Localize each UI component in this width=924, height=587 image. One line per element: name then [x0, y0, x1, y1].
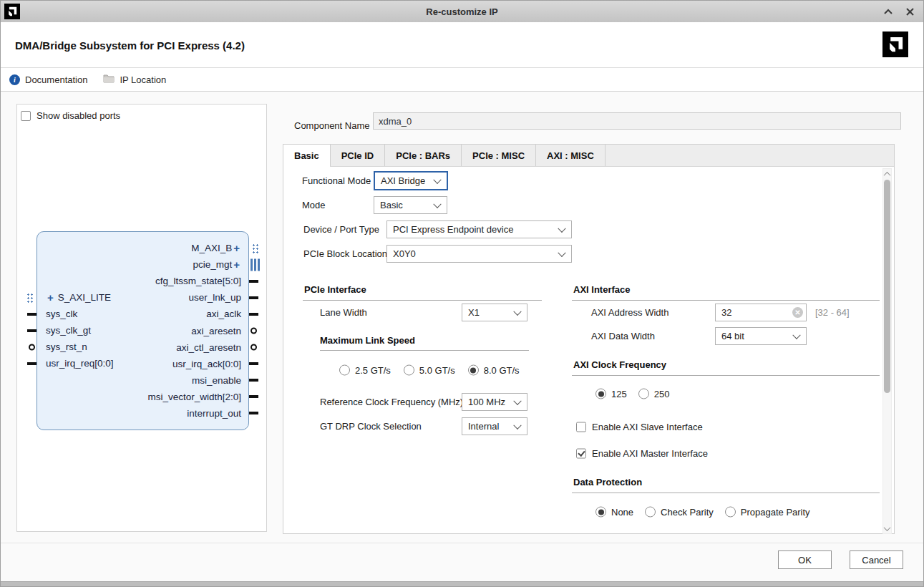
- port-pin: [27, 313, 37, 316]
- expand-plus-icon[interactable]: +: [233, 259, 240, 270]
- tab-pcie-bars[interactable]: PCIe : BARs: [385, 145, 462, 166]
- toolbar: i Documentation IP Location: [1, 67, 923, 92]
- ref-clock-dropdown[interactable]: 100 MHz: [462, 393, 527, 411]
- scroll-up-icon[interactable]: [883, 169, 891, 179]
- device-port-type-dropdown[interactable]: PCI Express Endpoint device: [386, 220, 572, 238]
- axi-data-width-label: AXI Data Width: [591, 331, 655, 341]
- interface-connector-icon: [251, 258, 260, 271]
- radio-none[interactable]: None: [595, 507, 633, 518]
- gt-drp-clock-dropdown[interactable]: Internal: [462, 417, 527, 435]
- functional-mode-dropdown[interactable]: AXI Bridge: [374, 171, 448, 190]
- port-row: cfg_ltssm_state[5:0]: [37, 273, 248, 289]
- radio-icon: [595, 507, 606, 518]
- info-icon: i: [9, 74, 20, 85]
- port-label: M_AXI_B: [191, 243, 232, 253]
- port-pin: [249, 412, 258, 414]
- pcie-block-location-label: PCIe Block Location: [303, 248, 387, 259]
- enable-axi-slave-checkbox[interactable]: Enable AXI Slave Interface: [576, 422, 703, 432]
- radio-check-parity[interactable]: Check Parity: [645, 507, 714, 518]
- radio-icon: [404, 365, 414, 376]
- ip-block-diagram: M_AXI_B + pcie_mgt + cfg_ltssm_state[5:0…: [37, 231, 249, 430]
- enable-axi-master-checkbox[interactable]: Enable AXI Master Interface: [576, 448, 708, 459]
- tab-pcie-misc[interactable]: PCIe : MISC: [462, 145, 536, 166]
- lane-width-dropdown[interactable]: X1: [462, 304, 527, 321]
- radio-label: 2.5 GT/s: [355, 365, 391, 376]
- checkbox-label: Enable AXI Master Interface: [592, 448, 708, 459]
- radio-propagate-parity[interactable]: Propagate Parity: [725, 507, 810, 518]
- component-name-input[interactable]: [373, 112, 901, 130]
- port-row: pcie_mgt +: [37, 256, 248, 273]
- port-label: cfg_ltssm_state[5:0]: [155, 276, 241, 286]
- radio-icon: [339, 365, 350, 376]
- axi-interface-title: AXI Interface: [573, 284, 630, 295]
- tab-axi-misc[interactable]: AXI : MISC: [536, 145, 606, 166]
- functional-mode-value: AXI Bridge: [381, 175, 425, 186]
- pcie-block-location-dropdown[interactable]: X0Y0: [386, 245, 572, 263]
- radio-2-5-gts[interactable]: 2.5 GT/s: [339, 365, 391, 376]
- close-icon[interactable]: [905, 6, 915, 16]
- axi-data-width-value: 64 bit: [721, 331, 744, 341]
- vertical-scrollbar[interactable]: [882, 168, 892, 534]
- data-protection-title: Data Protection: [573, 477, 642, 487]
- interface-connector-icon: [251, 243, 260, 254]
- expand-plus-icon[interactable]: +: [233, 243, 240, 253]
- dialog-header: DMA/Bridge Subsystem for PCI Express (4.…: [1, 22, 923, 67]
- radio-icon: [468, 365, 479, 376]
- ref-clock-value: 100 MHz: [468, 397, 505, 407]
- radio-250[interactable]: 250: [638, 389, 670, 399]
- cancel-button[interactable]: Cancel: [850, 550, 903, 569]
- max-link-speed-group: 2.5 GT/s 5.0 GT/s 8.0 GT/s: [339, 365, 520, 376]
- documentation-button[interactable]: i Documentation: [9, 74, 87, 85]
- radio-icon: [645, 507, 656, 518]
- tab-pcie-id[interactable]: PCIe ID: [331, 145, 386, 166]
- dialog-body: Show disabled ports M_AXI_B + pcie_mgt +: [1, 92, 923, 582]
- radio-8-0-gts[interactable]: 8.0 GT/s: [468, 365, 520, 376]
- device-port-type-value: PCI Express Endpoint device: [393, 224, 513, 235]
- scroll-down-icon[interactable]: [883, 523, 891, 533]
- chevron-down-icon: [433, 200, 441, 208]
- shade-icon[interactable]: [883, 6, 893, 16]
- title-bar[interactable]: Re-customize IP: [1, 1, 923, 23]
- port-row: msi_enable: [37, 372, 248, 389]
- chevron-down-icon: [513, 397, 521, 404]
- port-label: pcie_mgt: [193, 259, 232, 270]
- port-row: interrupt_out: [37, 405, 248, 422]
- radio-label: 8.0 GT/s: [484, 365, 520, 376]
- port-label: sys_clk_gt: [46, 325, 91, 336]
- checkbox-box[interactable]: [21, 111, 31, 121]
- radio-icon: [725, 507, 736, 518]
- mode-dropdown[interactable]: Basic: [374, 196, 447, 214]
- ip-title: DMA/Bridge Subsystem for PCI Express (4.…: [15, 39, 245, 51]
- radio-icon: [595, 389, 606, 399]
- data-protection-group: None Check Parity Propagate Parity: [595, 507, 810, 518]
- radio-5-0-gts[interactable]: 5.0 GT/s: [404, 365, 455, 376]
- port-row: sys_clk: [37, 306, 248, 322]
- port-row: sys_clk_gt: [37, 322, 248, 339]
- ok-button[interactable]: OK: [778, 550, 832, 569]
- section-divider: [303, 300, 542, 301]
- inverted-port-pin: [29, 344, 35, 350]
- port-pin: [27, 362, 37, 365]
- chevron-down-icon: [558, 248, 565, 256]
- radio-125[interactable]: 125: [595, 389, 627, 399]
- window-bottom-edge: [1, 581, 923, 586]
- chevron-down-icon: [433, 175, 441, 183]
- tab-basic[interactable]: Basic: [283, 145, 331, 166]
- mode-label: Mode: [302, 200, 326, 210]
- config-tab-panel: Basic PCIe ID PCIe : BARs PCIe : MISC AX…: [283, 144, 895, 534]
- axi-data-width-dropdown[interactable]: 64 bit: [715, 327, 807, 345]
- clear-input-icon[interactable]: ✕: [792, 307, 803, 318]
- port-label: sys_rst_n: [46, 341, 87, 352]
- port-pin: [249, 296, 258, 299]
- amd-logo: [882, 31, 908, 57]
- expand-plus-icon[interactable]: +: [47, 292, 54, 303]
- section-divider: [572, 493, 880, 493]
- scrollbar-thumb[interactable]: [884, 180, 890, 393]
- port-label: interrupt_out: [187, 408, 241, 419]
- radio-icon: [638, 389, 649, 399]
- port-row: usr_irq_req[0:0]: [37, 355, 248, 372]
- show-disabled-ports-checkbox[interactable]: Show disabled ports: [21, 110, 120, 121]
- ip-location-button[interactable]: IP Location: [103, 74, 166, 85]
- axi-clock-frequency-group: 125 250: [595, 389, 669, 399]
- lane-width-label: Lane Width: [320, 307, 367, 318]
